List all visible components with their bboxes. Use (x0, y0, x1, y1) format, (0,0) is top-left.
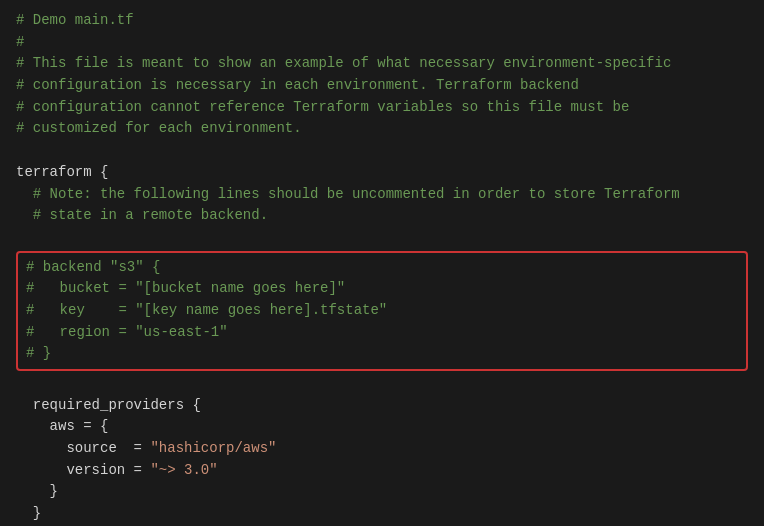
code-line-9: # Note: the following lines should be un… (16, 184, 748, 206)
code-line-14: # key = "[key name goes here].tfstate" (26, 300, 738, 322)
code-line-10: # state in a remote backend. (16, 205, 748, 227)
code-line-21: version = "~> 3.0" (16, 460, 748, 482)
highlighted-backend-block: # backend "s3" { # bucket = "[bucket nam… (16, 251, 748, 371)
code-line-15: # region = "us-east-1" (26, 322, 738, 344)
code-line-11 (16, 227, 748, 249)
code-line-4: # configuration is necessary in each env… (16, 75, 748, 97)
code-line-5: # configuration cannot reference Terrafo… (16, 97, 748, 119)
code-line-7 (16, 140, 748, 162)
code-line-19: aws = { (16, 416, 748, 438)
code-line-1: # Demo main.tf (16, 10, 748, 32)
code-line-16: # } (26, 343, 738, 365)
code-line-20: source = "hashicorp/aws" (16, 438, 748, 460)
code-line-23: } (16, 503, 748, 525)
code-line-13: # bucket = "[bucket name goes here]" (26, 278, 738, 300)
code-line-22: } (16, 481, 748, 503)
code-editor: # Demo main.tf # # This file is meant to… (0, 0, 764, 526)
code-line-18: required_providers { (16, 395, 748, 417)
code-line-8: terraform { (16, 162, 748, 184)
code-line-17 (16, 373, 748, 395)
code-line-12: # backend "s3" { (26, 257, 738, 279)
code-line-3: # This file is meant to show an example … (16, 53, 748, 75)
code-line-6: # customized for each environment. (16, 118, 748, 140)
code-line-2: # (16, 32, 748, 54)
